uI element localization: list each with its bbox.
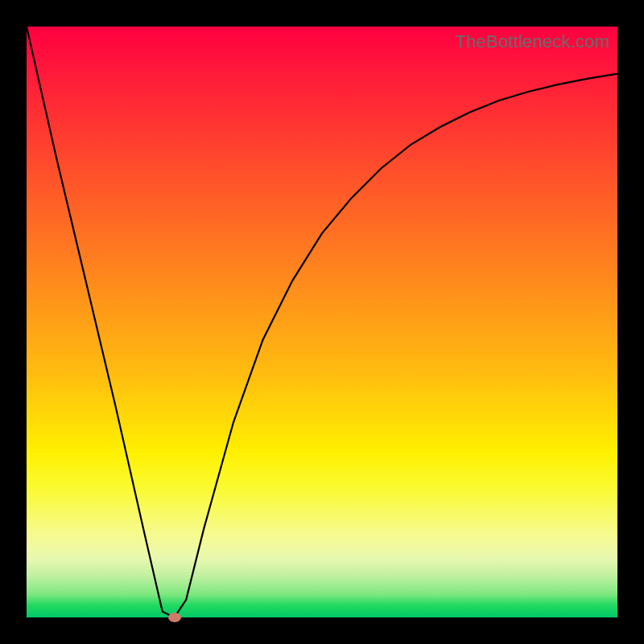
chart-frame: TheBottleneck.com bbox=[0, 0, 644, 644]
curve-path bbox=[27, 27, 617, 617]
plot-area: TheBottleneck.com bbox=[27, 27, 617, 617]
bottleneck-curve bbox=[27, 27, 617, 617]
optimum-marker bbox=[168, 613, 181, 622]
